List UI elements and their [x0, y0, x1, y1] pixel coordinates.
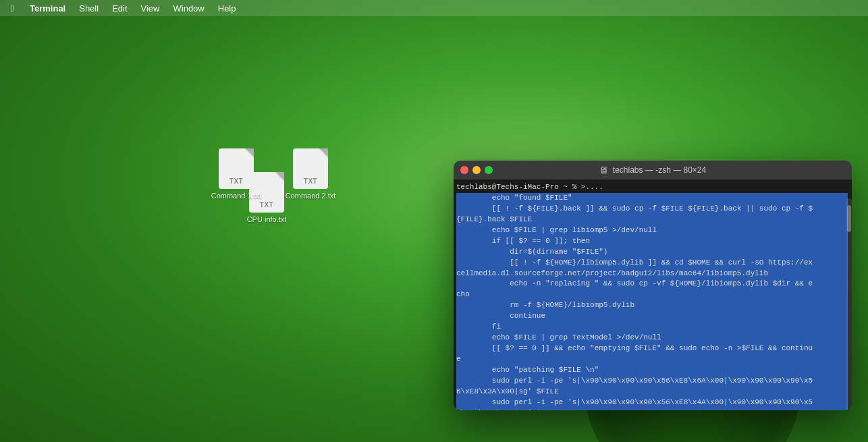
terminal-line-0: echo "found $FILE" [456, 193, 848, 204]
terminal-line-19: sudo perl -i -pe 's|\x90\x90\x90\x90\x56… [456, 397, 848, 408]
menubar-terminal[interactable]: Terminal [24, 2, 71, 15]
window-minimize-button[interactable] [472, 166, 481, 174]
terminal-line-11: continue [456, 311, 848, 322]
terminal-line-5: dir=$(dirname "$FILE") [456, 247, 848, 258]
file-name-command2: Command 2.txt [286, 192, 336, 200]
terminal-line-9: cho [456, 289, 848, 300]
terminal-body[interactable]: techlabs@Techs-iMac-Pro ~ % >.... echo "… [454, 179, 852, 410]
terminal-line-1: [[ ! -f ${FILE}.back ]] && sudo cp -f $F… [456, 204, 848, 215]
terminal-window: 🖥 techlabs — -zsh — 80×24 techlabs@Techs… [454, 161, 852, 410]
terminal-scrollbar-thumb[interactable] [847, 205, 851, 232]
file-icon-command1: TXT [219, 148, 254, 189]
terminal-line-6: [[ ! -f ${HOME}/libiomp5.dylib ]] && cd … [456, 258, 848, 269]
menubar-window[interactable]: Window [168, 2, 210, 15]
terminal-line-18: 6\xE8\x3A\x00|sg' $FILE [456, 387, 848, 397]
menubar-shell[interactable]: Shell [74, 2, 104, 15]
file-name-command1: Command 1.txt [211, 192, 262, 200]
file-type-label-command1: TXT [229, 177, 243, 185]
terminal-line-7: cellmedia.dl.sourceforge.net/project/bad… [456, 269, 848, 279]
terminal-line-3: echo $FILE | grep libiomp5 >/dev/null [456, 225, 848, 236]
file-type-label-command2: TXT [304, 177, 317, 185]
window-maximize-button[interactable] [485, 166, 493, 174]
menubar-help[interactable]: Help [213, 2, 242, 15]
terminal-line-20: 6\xE8\x1A\x00|sg' $FILE [456, 408, 848, 410]
terminal-scrollbar[interactable] [846, 198, 852, 410]
terminal-titlebar: 🖥 techlabs — -zsh — 80×24 [454, 161, 852, 179]
terminal-line-10: rm -f ${HOME}/libiomp5.dylib [456, 300, 848, 311]
terminal-line-14: [[ $? == 0 ]] && echo "emptying $FILE" &… [456, 343, 848, 354]
terminal-line-8: echo -n "replacing " && sudo cp -vf ${HO… [456, 279, 848, 289]
terminal-prompt-line: techlabs@Techs-iMac-Pro ~ % >.... [456, 182, 848, 193]
terminal-title-icon: 🖥 [599, 165, 609, 175]
terminal-line-2: {FILE}.back $FILE [456, 215, 848, 225]
terminal-line-12: fi [456, 322, 848, 333]
terminal-title: 🖥 techlabs — -zsh — 80×24 [599, 165, 706, 175]
menubar-edit[interactable]: Edit [107, 2, 132, 15]
file-name-cpu: CPU info.txt [247, 215, 287, 223]
apple-menu[interactable]:  [5, 1, 19, 15]
terminal-line-4: if [[ $? == 0 ]]; then [456, 236, 848, 247]
terminal-title-text: techlabs — -zsh — 80×24 [613, 165, 706, 175]
terminal-line-15: e [456, 354, 848, 365]
file-icon-command2: TXT [293, 148, 328, 189]
terminal-line-17: sudo perl -i -pe 's|\x90\x90\x90\x90\x56… [456, 376, 848, 387]
desktop-icon-command2[interactable]: TXT Command 2.txt [283, 148, 337, 200]
desktop-icon-row: TXT Command 1.txt TXT Command 2.txt [209, 148, 337, 213]
terminal-line-13: echo $FILE | grep TextModel >/dev/null [456, 333, 848, 343]
menubar-view[interactable]: View [136, 2, 165, 15]
window-close-button[interactable] [460, 166, 468, 174]
apple-icon:  [10, 3, 13, 13]
desktop-icon-command1[interactable]: TXT Command 1.txt [209, 148, 263, 200]
terminal-line-16: echo "patching $FILE \n" [456, 365, 848, 376]
menubar:  Terminal Shell Edit View Window Help [0, 0, 868, 16]
